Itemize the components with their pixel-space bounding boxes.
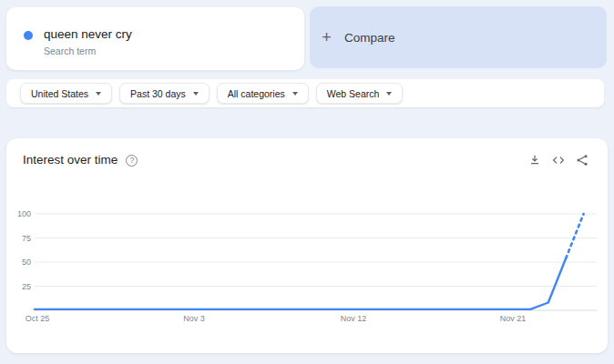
y-tick-25: 25 — [22, 282, 31, 291]
filter-bar: United States Past 30 days All categorie… — [6, 79, 604, 107]
chart-title: Interest over time — [23, 153, 118, 167]
filter-time-range[interactable]: Past 30 days — [119, 83, 210, 104]
filter-search-type-label: Web Search — [327, 88, 380, 99]
search-term-subtitle: Search term — [44, 46, 132, 56]
term-text-block: queen never cry Search term — [44, 28, 132, 56]
filter-geo-label: United States — [31, 88, 88, 99]
plus-icon: + — [320, 29, 333, 46]
filter-geo[interactable]: United States — [20, 83, 112, 104]
y-tick-50: 50 — [22, 258, 31, 267]
help-icon[interactable]: ? — [126, 155, 138, 167]
trend-line-dotted-partial — [566, 214, 583, 258]
x-tick-nov12: Nov 12 — [341, 314, 367, 323]
filter-time-range-label: Past 30 days — [130, 88, 186, 99]
y-tick-75: 75 — [22, 234, 31, 243]
share-icon[interactable] — [574, 152, 589, 167]
chart-header: Interest over time ? — [23, 152, 589, 167]
filter-category-label: All categories — [228, 88, 285, 99]
x-tick-oct25: Oct 25 — [26, 314, 50, 323]
chevron-down-icon — [193, 92, 199, 96]
y-tick-100: 100 — [17, 209, 31, 218]
chevron-down-icon — [292, 92, 298, 96]
trend-line-solid — [35, 258, 566, 309]
x-tick-nov21: Nov 21 — [500, 314, 527, 323]
interest-over-time-card: Interest over time ? — [6, 138, 608, 353]
filter-category[interactable]: All categories — [217, 83, 309, 104]
trend-line-chart: 100 75 50 25 Oct 25 Nov 3 Nov 12 Nov 21 — [6, 193, 608, 353]
chart-actions — [527, 152, 589, 167]
chevron-down-icon — [386, 92, 392, 96]
filter-search-type[interactable]: Web Search — [316, 83, 404, 104]
embed-icon[interactable] — [550, 152, 566, 167]
chevron-down-icon — [96, 92, 101, 96]
compare-label: Compare — [344, 31, 395, 45]
download-icon[interactable] — [527, 152, 542, 167]
series-color-dot-icon — [24, 31, 33, 40]
x-tick-nov3: Nov 3 — [183, 314, 205, 323]
compare-button[interactable]: + Compare — [310, 6, 607, 68]
search-term-card[interactable]: queen never cry Search term — [6, 7, 304, 70]
search-term-title: queen never cry — [44, 28, 132, 41]
